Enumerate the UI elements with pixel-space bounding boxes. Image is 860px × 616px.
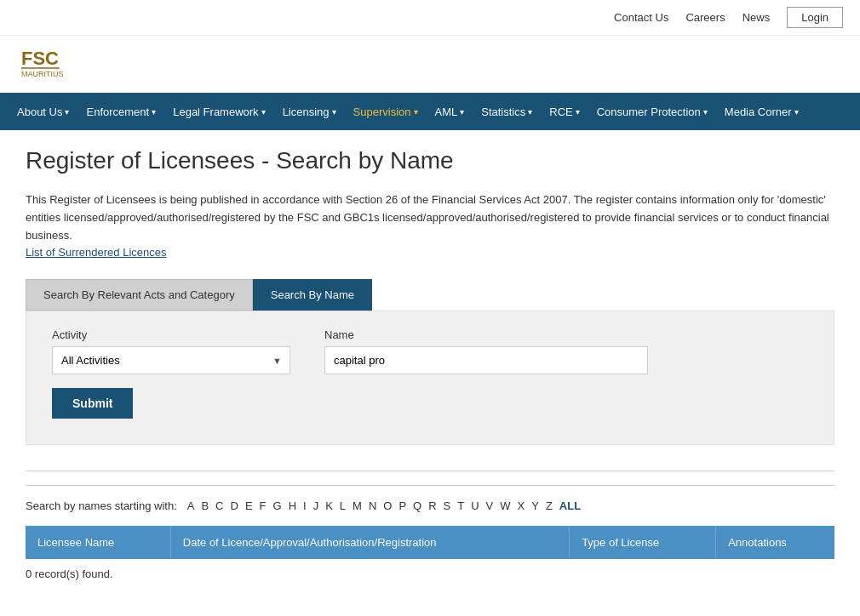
alpha-q[interactable]: Q <box>411 499 423 512</box>
nav-rce-arrow: ▾ <box>576 107 580 117</box>
alpha-p[interactable]: P <box>397 499 408 512</box>
fsc-logo: FSC MAURITIUS <box>17 41 64 88</box>
alpha-w[interactable]: W <box>498 499 512 512</box>
careers-link[interactable]: Careers <box>685 11 725 24</box>
alpha-h[interactable]: H <box>287 499 298 512</box>
nav-supervision-arrow: ▾ <box>414 107 418 117</box>
name-input[interactable] <box>324 346 648 374</box>
alpha-e[interactable]: E <box>244 499 255 512</box>
nav-legal-framework-arrow: ▾ <box>261 107 266 117</box>
header-row: FSC MAURITIUS <box>0 36 860 93</box>
alpha-n[interactable]: N <box>367 499 378 512</box>
alpha-m[interactable]: M <box>351 499 364 512</box>
alpha-i[interactable]: I <box>301 499 308 512</box>
main-nav: About Us ▾ Enforcement ▾ Legal Framework… <box>0 93 860 130</box>
table-header: Licensee Name Date of Licence/Approval/A… <box>26 526 834 559</box>
col-type-of-license: Type of License <box>570 526 716 559</box>
tab-search-by-name[interactable]: Search By Name <box>253 279 372 311</box>
contact-us-link[interactable]: Contact Us <box>614 11 668 24</box>
divider <box>26 471 834 471</box>
alpha-d[interactable]: D <box>228 499 239 512</box>
nav-aml-arrow: ▾ <box>460 107 464 117</box>
alpha-g[interactable]: G <box>272 499 284 512</box>
nav-rce[interactable]: RCE ▾ <box>541 95 588 128</box>
surrendered-licences-link[interactable]: List of Surrendered Licences <box>26 246 166 259</box>
main-content: Register of Licensees - Search by Name T… <box>0 130 860 597</box>
alpha-k[interactable]: K <box>324 499 335 512</box>
nav-licensing[interactable]: Licensing ▾ <box>274 95 345 128</box>
col-date: Date of Licence/Approval/Authorisation/R… <box>170 526 569 559</box>
alpha-search: Search by names starting with: A B C D E… <box>26 485 834 512</box>
nav-supervision[interactable]: Supervision ▾ <box>345 95 427 128</box>
alpha-s[interactable]: S <box>442 499 453 512</box>
alpha-t[interactable]: T <box>456 499 466 512</box>
alpha-x[interactable]: X <box>516 499 527 512</box>
name-label: Name <box>324 328 648 341</box>
alpha-j[interactable]: J <box>312 499 321 512</box>
nav-enforcement[interactable]: Enforcement ▾ <box>77 95 164 128</box>
alpha-intro: Search by names starting with: <box>26 499 177 512</box>
alpha-v[interactable]: V <box>484 499 496 512</box>
alpha-b[interactable]: B <box>199 499 210 512</box>
svg-text:FSC: FSC <box>21 48 59 69</box>
records-found: 0 record(s) found. <box>26 568 834 580</box>
top-bar: Contact Us Careers News Login <box>0 0 860 36</box>
alpha-all[interactable]: ALL <box>558 499 582 512</box>
search-tabs: Search By Relevant Acts and Category Sea… <box>26 279 834 311</box>
alpha-r[interactable]: R <box>427 499 438 512</box>
alpha-u[interactable]: U <box>469 499 480 512</box>
alpha-z[interactable]: Z <box>544 499 554 512</box>
tab-search-by-acts[interactable]: Search By Relevant Acts and Category <box>26 279 253 311</box>
alpha-a[interactable]: A <box>186 499 197 512</box>
nav-media-corner[interactable]: Media Corner ▾ <box>716 95 807 128</box>
name-group: Name <box>324 328 648 374</box>
news-link[interactable]: News <box>742 11 771 24</box>
nav-enforcement-arrow: ▾ <box>152 107 156 117</box>
nav-licensing-arrow: ▾ <box>332 107 336 117</box>
activity-label: Activity <box>52 328 290 341</box>
alpha-y[interactable]: Y <box>530 499 541 512</box>
nav-media-corner-arrow: ▾ <box>794 107 799 117</box>
login-button[interactable]: Login <box>787 7 843 28</box>
alpha-l[interactable]: L <box>338 499 347 512</box>
nav-statistics-arrow: ▾ <box>528 107 532 117</box>
col-licensee-name: Licensee Name <box>26 526 170 559</box>
alpha-c[interactable]: C <box>214 499 225 512</box>
nav-consumer-protection[interactable]: Consumer Protection ▾ <box>588 95 716 128</box>
activity-select[interactable]: All Activities <box>52 346 290 374</box>
alpha-o[interactable]: O <box>381 499 393 512</box>
page-title: Register of Licensees - Search by Name <box>26 147 834 174</box>
alpha-f[interactable]: F <box>258 499 268 512</box>
submit-button[interactable]: Submit <box>52 388 133 419</box>
table-header-row: Licensee Name Date of Licence/Approval/A… <box>26 526 834 559</box>
nav-about-us[interactable]: About Us ▾ <box>9 95 77 128</box>
results-table: Licensee Name Date of Licence/Approval/A… <box>26 526 834 559</box>
nav-aml[interactable]: AML ▾ <box>427 95 473 128</box>
activity-group: Activity All Activities <box>52 328 290 374</box>
nav-about-us-arrow: ▾ <box>65 107 69 117</box>
nav-consumer-protection-arrow: ▾ <box>703 107 708 117</box>
nav-statistics[interactable]: Statistics ▾ <box>473 95 541 128</box>
svg-text:MAURITIUS: MAURITIUS <box>21 70 64 78</box>
search-form: Activity All Activities Name Submit <box>26 311 834 445</box>
col-annotations: Annotations <box>716 526 834 559</box>
nav-legal-framework[interactable]: Legal Framework ▾ <box>164 95 273 128</box>
page-description: This Register of Licensees is being publ… <box>26 191 834 262</box>
activity-select-wrapper: All Activities <box>52 346 290 374</box>
form-row: Activity All Activities Name <box>52 328 808 374</box>
